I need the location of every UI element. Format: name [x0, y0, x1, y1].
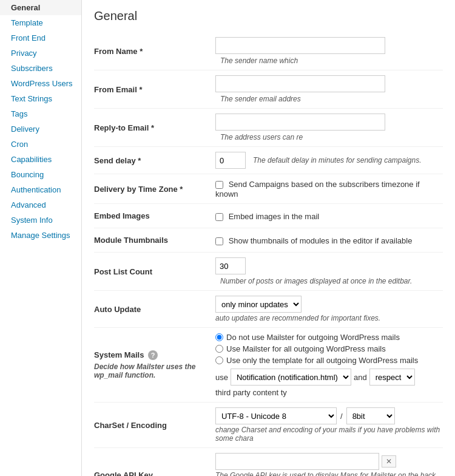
system-mails-option-1-label: Use Mailster for all outgoing WordPress …	[226, 344, 386, 353]
reply-to-email-row: Reply-to Email * The address users can r…	[94, 109, 443, 147]
post-list-count-row: Post List Count Number of posts or image…	[94, 253, 443, 291]
post-list-count-label: Post List Count	[94, 253, 215, 291]
module-thumbnails-checkbox[interactable]	[215, 237, 223, 245]
system-mails-label: System Mails	[94, 350, 144, 359]
embed-images-cell: Embed images in the mail	[215, 204, 443, 228]
delivery-timezone-checkbox[interactable]	[215, 181, 223, 189]
system-mails-cell: Do not use Mailster for outgoing WordPre…	[215, 328, 443, 403]
charset-select[interactable]: UTF-8 - Unicode 8 UTF-16 ISO-8859-1	[215, 407, 337, 424]
page-title: General	[94, 9, 443, 23]
charset-label: CharSet / Encoding	[94, 403, 215, 448]
charset-note: change Charset and encoding of your mail…	[215, 426, 443, 443]
sidebar-item-front-end[interactable]: Front End	[0, 30, 81, 46]
system-mails-notification-select[interactable]: Notification (notification.html)	[231, 369, 351, 386]
system-mails-third-party-label: third party content ty	[215, 388, 287, 397]
delivery-timezone-checkbox-label[interactable]: Send Campaigns based on the subscribers …	[215, 180, 420, 199]
auto-update-row: Auto Update only minor updates all updat…	[94, 291, 443, 328]
sidebar-item-text-strings[interactable]: Text Strings	[0, 91, 81, 106]
google-api-key-cell: ✕ The Google API key is used to display …	[215, 448, 443, 476]
from-name-label: From Name *	[94, 32, 215, 70]
module-thumbnails-label: Module Thumbnails	[94, 228, 215, 253]
system-mails-radio-group: Do not use Mailster for outgoing WordPre…	[215, 333, 443, 365]
auto-update-note: auto updates are recommended for importa…	[215, 314, 443, 322]
sidebar-item-advanced[interactable]: Advanced	[0, 197, 81, 212]
sidebar-item-tags[interactable]: Tags	[0, 106, 81, 121]
delivery-timezone-label: Delivery by Time Zone *	[94, 174, 215, 204]
from-email-desc: The sender email addres	[220, 95, 301, 103]
from-name-row: From Name * The sender name which	[94, 32, 443, 70]
delivery-timezone-row: Delivery by Time Zone * Send Campaigns b…	[94, 174, 443, 204]
module-thumbnails-checkbox-label[interactable]: Show thumbnails of modules in the editor…	[215, 236, 412, 245]
system-mails-radio-0[interactable]	[215, 333, 223, 341]
auto-update-select[interactable]: only minor updates all updates no update…	[215, 296, 302, 313]
google-api-key-desc: The Google API key is used to display Ma…	[215, 471, 443, 476]
delivery-timezone-text: Send Campaigns based on the subscribers …	[215, 180, 420, 199]
system-mails-option-1: Use Mailster for all outgoing WordPress …	[215, 344, 443, 353]
sidebar-item-wordpress-users[interactable]: WordPress Users	[0, 76, 81, 91]
system-mails-option-2: Use only the template for all outgoing W…	[215, 356, 443, 365]
system-mails-respect-select[interactable]: respect	[369, 369, 415, 386]
auto-update-cell: only minor updates all updates no update…	[215, 291, 443, 328]
module-thumbnails-cell: Show thumbnails of modules in the editor…	[215, 228, 443, 253]
delivery-timezone-cell: Send Campaigns based on the subscribers …	[215, 174, 443, 204]
reply-to-email-label: Reply-to Email *	[94, 109, 215, 147]
reply-to-email-cell: The address users can re	[215, 109, 443, 147]
module-thumbnails-row: Module Thumbnails Show thumbnails of mod…	[94, 228, 443, 253]
from-name-cell: The sender name which	[215, 32, 443, 70]
embed-images-label: Embed Images	[94, 204, 215, 228]
sidebar-item-manage-settings[interactable]: Manage Settings	[0, 228, 81, 243]
reply-to-email-input[interactable]	[215, 114, 385, 131]
system-mails-option-2-label: Use only the template for all outgoing W…	[226, 356, 418, 365]
send-delay-row: Send delay * The default delay in minute…	[94, 147, 443, 174]
send-delay-input[interactable]	[215, 152, 246, 169]
sidebar-item-capabilities[interactable]: Capabilities	[0, 152, 81, 167]
system-mails-option-0: Do not use Mailster for outgoing WordPre…	[215, 333, 443, 342]
charset-row: CharSet / Encoding UTF-8 - Unicode 8 UTF…	[94, 403, 443, 448]
from-email-row: From Email * The sender email addres	[94, 70, 443, 109]
system-mails-radio-1[interactable]	[215, 345, 223, 353]
system-mails-sub-label: Decide how Mailster uses the wp_mail fun…	[94, 362, 209, 379]
embed-images-checkbox[interactable]	[215, 213, 223, 221]
google-api-key-label: Google API Key	[94, 448, 215, 476]
google-api-key-row: Google API Key ✕ The Google API key is u…	[94, 448, 443, 476]
system-mails-help-icon[interactable]: ?	[148, 350, 158, 360]
system-mails-radio-2[interactable]	[215, 356, 223, 364]
from-email-cell: The sender email addres	[215, 70, 443, 109]
sidebar-item-system-info[interactable]: System Info	[0, 212, 81, 228]
system-mails-use-row: use Notification (notification.html) and…	[215, 369, 443, 397]
sidebar-section-general[interactable]: General	[0, 0, 81, 15]
sidebar: General Template Front End Privacy Subsc…	[0, 0, 82, 476]
charset-selects-row: UTF-8 - Unicode 8 UTF-16 ISO-8859-1 / 8b…	[215, 407, 443, 424]
system-mails-label-cell: System Mails ? Decide how Mailster uses …	[94, 328, 215, 403]
module-thumbnails-text: Show thumbnails of modules in the editor…	[229, 236, 413, 245]
from-name-input[interactable]	[215, 37, 385, 54]
settings-form: From Name * The sender name which From E…	[94, 32, 443, 476]
sidebar-item-template[interactable]: Template	[0, 15, 81, 30]
from-email-input[interactable]	[215, 75, 385, 92]
charset-separator: /	[340, 412, 343, 421]
from-name-desc: The sender name which	[220, 56, 298, 65]
sidebar-item-privacy[interactable]: Privacy	[0, 46, 81, 61]
sidebar-item-subscribers[interactable]: Subscribers	[0, 61, 81, 76]
system-mails-and-label: and	[354, 373, 367, 382]
google-api-key-input[interactable]	[215, 453, 379, 470]
sidebar-item-authentication[interactable]: Authentication	[0, 182, 81, 197]
encoding-select[interactable]: 8bit 7bit quoted-printable base64	[346, 407, 395, 424]
send-delay-label: Send delay *	[94, 147, 215, 174]
sidebar-item-bouncing[interactable]: Bouncing	[0, 167, 81, 182]
charset-cell: UTF-8 - Unicode 8 UTF-16 ISO-8859-1 / 8b…	[215, 403, 443, 448]
sidebar-item-cron[interactable]: Cron	[0, 137, 81, 152]
post-list-count-desc: Number of posts or images displayed at o…	[220, 277, 412, 285]
system-mails-row: System Mails ? Decide how Mailster uses …	[94, 328, 443, 403]
send-delay-cell: The default delay in minutes for sending…	[215, 147, 443, 174]
send-delay-desc: The default delay in minutes for sending…	[253, 156, 422, 165]
from-email-label: From Email *	[94, 70, 215, 109]
system-mails-option-0-label: Do not use Mailster for outgoing WordPre…	[226, 333, 400, 342]
embed-images-text: Embed images in the mail	[229, 212, 320, 221]
post-list-count-input[interactable]	[215, 257, 246, 274]
google-api-key-clear-button[interactable]: ✕	[382, 455, 396, 467]
sidebar-item-delivery[interactable]: Delivery	[0, 121, 81, 137]
main-content: General From Name * The sender name whic…	[82, 0, 455, 476]
auto-update-label: Auto Update	[94, 291, 215, 328]
embed-images-checkbox-label[interactable]: Embed images in the mail	[215, 212, 319, 221]
